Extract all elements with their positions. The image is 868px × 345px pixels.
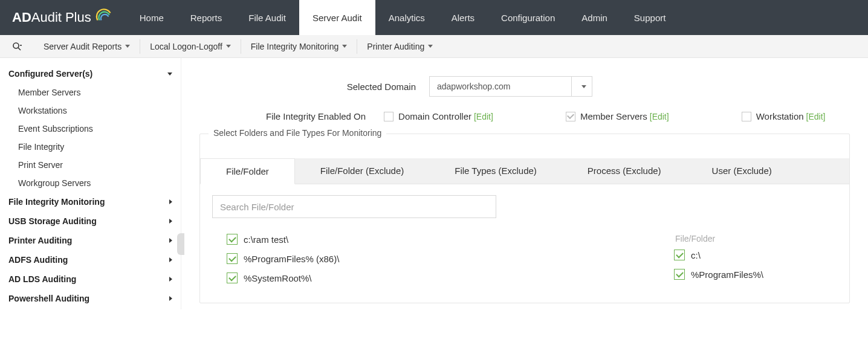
check-icon bbox=[227, 272, 238, 283]
nav-configuration[interactable]: Configuration bbox=[488, 0, 568, 35]
tab-file-folder[interactable]: File/Folder bbox=[200, 158, 295, 184]
sidebar-section-file-integrity-monitoring[interactable]: File Integrity Monitoring bbox=[0, 192, 181, 211]
subnav-label: Server Audit Reports bbox=[44, 42, 121, 51]
nav-file-audit[interactable]: File Audit bbox=[235, 0, 299, 35]
nav-home[interactable]: Home bbox=[126, 0, 177, 35]
subnav-label: File Integrity Monitoring bbox=[251, 42, 339, 51]
caret-down-icon bbox=[342, 45, 347, 48]
search-file-folder-input[interactable] bbox=[212, 195, 496, 218]
chevron-right-icon bbox=[169, 219, 172, 224]
chevron-right-icon bbox=[169, 296, 172, 301]
file-path-label: %SystemRoot%\ bbox=[244, 273, 312, 283]
app-logo: ADAudit Plus bbox=[0, 0, 126, 35]
nav-support[interactable]: Support bbox=[621, 0, 679, 35]
sidebar-section-usb-storage-auditing[interactable]: USB Storage Auditing bbox=[0, 211, 181, 231]
dc-label: Domain Controller bbox=[398, 111, 471, 121]
selected-domain-label: Selected Domain bbox=[199, 82, 429, 92]
caret-down-icon bbox=[226, 45, 231, 48]
ms-label: Member Servers bbox=[580, 111, 647, 121]
caret-down-icon bbox=[428, 45, 433, 48]
tab-file-types-exclude[interactable]: File Types (Exclude) bbox=[429, 158, 562, 184]
check-icon bbox=[674, 250, 685, 260]
sidebar-section-configured-servers[interactable]: Configured Server(s) bbox=[0, 64, 181, 83]
edit-ms-link[interactable]: [Edit] bbox=[650, 112, 669, 121]
subnav-file-integrity-monitoring[interactable]: File Integrity Monitoring bbox=[241, 39, 358, 54]
chevron-right-icon bbox=[169, 257, 172, 262]
fieldset-legend: Select Folders and File Types For Monito… bbox=[209, 128, 386, 138]
edit-ws-link[interactable]: [Edit] bbox=[806, 112, 826, 121]
monitoring-fieldset: Select Folders and File Types For Monito… bbox=[199, 134, 850, 303]
file-item[interactable]: %ProgramFiles% (x86)\ bbox=[227, 253, 674, 264]
sidebar-section-label: Configured Server(s) bbox=[8, 69, 92, 79]
chevron-right-icon bbox=[169, 277, 172, 282]
file-item[interactable]: %SystemRoot%\ bbox=[227, 272, 674, 283]
file-item[interactable]: %ProgramFiles%\ bbox=[674, 269, 763, 280]
monitoring-tabs: File/Folder File/Folder (Exclude) File T… bbox=[200, 158, 849, 184]
subnav-server-audit-reports[interactable]: Server Audit Reports bbox=[34, 39, 140, 54]
selected-domain-value: adapworkshop.com bbox=[429, 76, 572, 97]
sidebar-item-event-subscriptions[interactable]: Event Subscriptions bbox=[0, 120, 181, 138]
svg-line-1 bbox=[18, 48, 21, 50]
tab-process-exclude[interactable]: Process (Exclude) bbox=[562, 158, 687, 184]
caret-down-icon bbox=[125, 45, 130, 48]
nav-reports[interactable]: Reports bbox=[177, 0, 236, 35]
nav-server-audit[interactable]: Server Audit bbox=[299, 0, 375, 35]
sidebar-section-printer-auditing[interactable]: Printer Auditing bbox=[0, 231, 181, 250]
top-nav: ADAudit Plus Home Reports File Audit Ser… bbox=[0, 0, 868, 35]
file-path-label: %ProgramFiles% (x86)\ bbox=[244, 254, 339, 264]
sub-nav: Server Audit Reports Local Logon-Logoff … bbox=[0, 35, 868, 58]
subnav-label: Local Logon-Logoff bbox=[150, 42, 222, 51]
sidebar-collapse-handle[interactable] bbox=[177, 233, 184, 255]
sidebar-section-powershell-auditing[interactable]: Powershell Auditing bbox=[0, 289, 181, 308]
sidebar-section-adfs-auditing[interactable]: ADFS Auditing bbox=[0, 250, 181, 269]
sidebar-item-file-integrity[interactable]: File Integrity bbox=[0, 138, 181, 156]
sidebar-item-workstations[interactable]: Workstations bbox=[0, 102, 181, 120]
checkbox-workstation[interactable] bbox=[742, 112, 751, 121]
subnav-printer-auditing[interactable]: Printer Auditing bbox=[357, 39, 442, 54]
sidebar-item-member-servers[interactable]: Member Servers bbox=[0, 83, 181, 102]
nav-analytics[interactable]: Analytics bbox=[375, 0, 438, 35]
main-content: Selected Domain adapworkshop.com File In… bbox=[181, 58, 868, 309]
tab-user-exclude[interactable]: User (Exclude) bbox=[687, 158, 797, 184]
checkbox-domain-controller[interactable] bbox=[384, 112, 394, 121]
logo-swirl-icon bbox=[95, 7, 113, 25]
ws-label: Workstation bbox=[756, 111, 804, 121]
sidebar-section-label: USB Storage Auditing bbox=[8, 216, 97, 226]
sidebar-section-label: Powershell Auditing bbox=[8, 294, 89, 303]
edit-dc-link[interactable]: [Edit] bbox=[474, 112, 493, 121]
sidebar-section-label: AD LDS Auditing bbox=[8, 274, 76, 284]
subnav-local-logon-logoff[interactable]: Local Logon-Logoff bbox=[140, 39, 241, 54]
sidebar: Configured Server(s) Member Servers Work… bbox=[0, 58, 181, 309]
quick-search-icon[interactable] bbox=[11, 40, 23, 53]
chevron-right-icon bbox=[169, 238, 172, 243]
subnav-label: Printer Auditing bbox=[367, 42, 424, 51]
nav-alerts[interactable]: Alerts bbox=[438, 0, 488, 35]
col-head-file-folder: File/Folder bbox=[675, 234, 763, 243]
nav-admin[interactable]: Admin bbox=[568, 0, 621, 35]
sidebar-item-print-server[interactable]: Print Server bbox=[0, 156, 181, 174]
check-icon bbox=[674, 269, 685, 280]
sidebar-section-label: Printer Auditing bbox=[8, 236, 72, 245]
file-item[interactable]: c:\ bbox=[674, 250, 763, 260]
svg-point-0 bbox=[13, 43, 19, 48]
sidebar-section-label: File Integrity Monitoring bbox=[8, 197, 105, 207]
tab-file-folder-exclude[interactable]: File/Folder (Exclude) bbox=[295, 158, 429, 184]
file-path-label: c:\ bbox=[691, 250, 701, 260]
file-path-label: c:\ram test\ bbox=[244, 234, 288, 245]
chevron-right-icon bbox=[169, 199, 172, 204]
chevron-down-icon bbox=[167, 73, 172, 76]
selected-domain-dropdown[interactable]: adapworkshop.com bbox=[429, 76, 592, 97]
checkbox-member-servers[interactable] bbox=[566, 112, 575, 121]
file-path-label: %ProgramFiles%\ bbox=[691, 269, 763, 280]
sidebar-section-label: ADFS Auditing bbox=[8, 255, 68, 265]
check-icon bbox=[227, 253, 238, 264]
check-icon bbox=[227, 234, 238, 245]
logo-text-ad: AD bbox=[12, 10, 31, 25]
sidebar-item-workgroup-servers[interactable]: Workgroup Servers bbox=[0, 174, 181, 192]
fi-enabled-label: File Integrity Enabled On bbox=[266, 111, 366, 121]
file-item[interactable]: c:\ram test\ bbox=[227, 234, 674, 245]
chevron-down-icon bbox=[581, 85, 586, 88]
logo-text-audit: Audit bbox=[31, 10, 62, 25]
sidebar-section-ad-lds-auditing[interactable]: AD LDS Auditing bbox=[0, 269, 181, 289]
dropdown-button[interactable] bbox=[572, 76, 592, 97]
